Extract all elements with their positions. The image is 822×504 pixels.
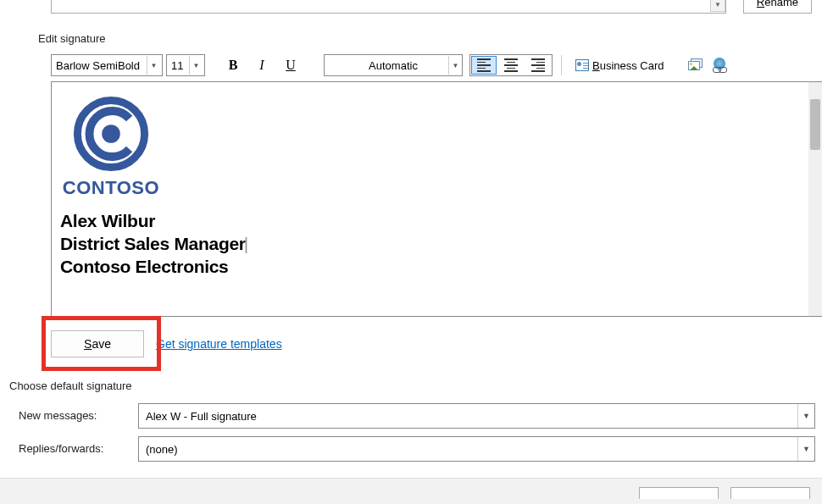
font-family-select[interactable]: Barlow SemiBold ▼	[51, 54, 163, 76]
new-messages-select[interactable]: Alex W - Full signature ▼	[138, 403, 815, 429]
align-center-icon	[504, 58, 518, 72]
save-button[interactable]: Save	[51, 330, 144, 357]
editor-scrollbar[interactable]	[808, 82, 822, 316]
formatting-toolbar: Barlow SemiBold ▼ 11 ▼ B I U Automatic ▼…	[51, 53, 822, 78]
link-icon	[712, 66, 729, 73]
business-card-button[interactable]: Business Card	[570, 54, 669, 76]
signature-title: District Sales Manager	[60, 232, 814, 255]
align-right-icon	[531, 58, 545, 72]
align-right-button[interactable]	[525, 55, 552, 75]
align-left-button[interactable]	[471, 56, 497, 75]
underline-button[interactable]: U	[278, 54, 303, 76]
align-center-button[interactable]	[497, 55, 525, 75]
business-card-icon	[575, 59, 589, 71]
chevron-down-icon: ▼	[797, 404, 814, 428]
replies-forwards-label: Replies/forwards:	[19, 442, 103, 455]
signature-editor[interactable]: CONTOSO Alex Wilbur District Sales Manag…	[51, 81, 822, 317]
signature-list-select[interactable]: ▼	[51, 0, 726, 14]
chevron-down-icon: ▼	[189, 56, 203, 75]
company-logo: CONTOSO	[60, 89, 162, 202]
scrollbar-thumb[interactable]	[810, 99, 820, 150]
signature-company: Contoso Electronics	[60, 255, 814, 278]
dialog-button-2[interactable]	[730, 487, 810, 499]
dialog-button-1[interactable]	[639, 487, 719, 499]
edit-signature-label: Edit signature	[38, 32, 106, 45]
svg-point-1	[102, 125, 120, 143]
align-left-icon	[477, 58, 491, 72]
rename-button[interactable]: Rename	[743, 0, 812, 14]
logo-text: CONTOSO	[60, 177, 162, 199]
new-messages-label: New messages:	[19, 409, 97, 422]
chevron-down-icon: ▼	[710, 0, 725, 12]
signature-name: Alex Wilbur	[60, 209, 814, 232]
insert-hyperlink-button[interactable]	[712, 58, 729, 73]
bold-button[interactable]: B	[220, 54, 246, 76]
replies-forwards-select[interactable]: (none) ▼	[138, 436, 815, 462]
insert-picture-button[interactable]	[688, 58, 705, 72]
choose-default-label: Choose default signature	[9, 379, 132, 392]
get-templates-link[interactable]: Get signature templates	[156, 337, 282, 351]
font-color-select[interactable]: Automatic ▼	[324, 54, 463, 76]
italic-button[interactable]: I	[249, 54, 275, 76]
font-size-select[interactable]: 11 ▼	[166, 54, 205, 76]
chevron-down-icon: ▼	[147, 56, 160, 75]
toolbar-divider	[561, 55, 562, 75]
chevron-down-icon: ▼	[448, 56, 462, 75]
chevron-down-icon: ▼	[797, 437, 814, 461]
alignment-group	[469, 54, 553, 76]
